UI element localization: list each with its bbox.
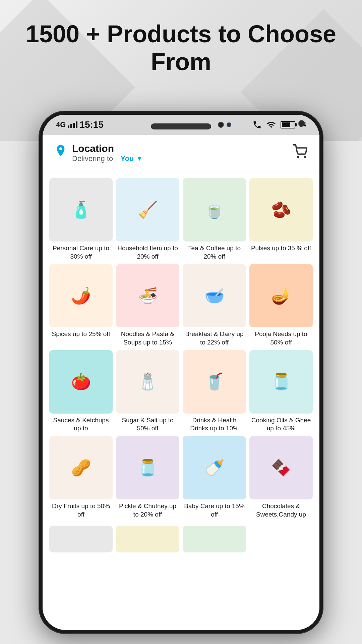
phone-device: 4G 15:15 xyxy=(39,111,323,634)
category-card-spices[interactable]: 🌶️ Spices up to 25% off xyxy=(49,264,113,346)
sauces-icon: 🍅 xyxy=(49,350,113,414)
location-chevron-icon[interactable]: ▼ xyxy=(136,155,142,162)
category-image-dry-fruits: 🥜 xyxy=(49,436,113,499)
category-image-tea-coffee: 🍵 xyxy=(183,178,246,241)
baby-care-icon: 🍼 xyxy=(183,436,246,499)
battery-fill xyxy=(282,122,290,127)
category-card-noodles[interactable]: 🍜 Noodles & Pasta & Soups up to 15% xyxy=(116,264,179,346)
category-label-personal-care: Personal Care up to 30% off xyxy=(49,244,113,261)
location-title: Location xyxy=(72,143,142,154)
location-subtitle: Delivering to You ▼ xyxy=(72,154,142,163)
category-image-sauces: 🍅 xyxy=(49,350,113,414)
category-image-breakfast: 🥣 xyxy=(183,264,246,327)
category-label-sauces: Sauces & Ketchups up to xyxy=(49,416,113,433)
app-header: Location Delivering to You ▼ xyxy=(43,135,319,171)
signal-bars xyxy=(68,121,77,128)
camera-lens xyxy=(218,122,224,128)
signal-bar-1 xyxy=(68,125,69,128)
category-card-breakfast[interactable]: 🥣 Breakfast & Dairy up to 22% off xyxy=(183,264,246,346)
category-card-extra3[interactable] xyxy=(183,526,246,555)
category-card-household[interactable]: 🧹 Household Item up to 20% off xyxy=(116,178,179,261)
category-label-breakfast: Breakfast & Dairy up to 22% off xyxy=(183,330,246,346)
category-label-household: Household Item up to 20% off xyxy=(116,244,179,261)
category-image-pickle: 🫙 xyxy=(116,436,179,499)
chocolates-icon: 🍫 xyxy=(249,436,313,499)
sugar-salt-icon: 🧂 xyxy=(116,350,179,414)
camera-sensor xyxy=(227,122,231,127)
category-label-pooja: Pooja Needs up to 50% off xyxy=(249,330,313,346)
battery-indicator xyxy=(281,121,295,128)
signal-bar-4 xyxy=(76,121,77,128)
category-image-extra3 xyxy=(183,526,246,552)
category-image-drinks: 🥤 xyxy=(183,350,246,414)
category-label-tea-coffee: Tea & Coffee up to 20% off xyxy=(183,244,246,261)
cart-button[interactable] xyxy=(293,144,307,162)
category-card-pooja[interactable]: 🪔 Pooja Needs up to 50% off xyxy=(249,264,313,346)
category-card-pickle[interactable]: 🫙 Pickle & Chutney up to 20% off xyxy=(116,436,179,519)
category-label-sugar-salt: Sugar & Salt up to 50% off xyxy=(116,416,179,433)
tea-coffee-icon: 🍵 xyxy=(183,178,246,241)
category-label-pulses: Pulses up to 35 % off xyxy=(251,244,311,253)
pickle-icon: 🫙 xyxy=(116,436,179,499)
category-card-extra1[interactable] xyxy=(49,526,113,555)
phone-speaker xyxy=(151,123,211,129)
location-you-label: You xyxy=(120,154,134,163)
header-location[interactable]: Location Delivering to You ▼ xyxy=(55,143,142,163)
signal-bar-2 xyxy=(70,124,72,128)
category-image-sugar-salt: 🧂 xyxy=(116,350,179,414)
wifi-icon xyxy=(266,120,277,129)
breakfast-icon: 🥣 xyxy=(183,264,246,327)
category-image-pooja: 🪔 xyxy=(249,264,313,327)
noodles-icon: 🍜 xyxy=(116,264,179,327)
spices-icon: 🌶️ xyxy=(49,264,113,327)
dry-fruits-icon: 🥜 xyxy=(49,436,113,499)
category-label-spices: Spices up to 25% off xyxy=(52,330,110,338)
bottom-partial-row xyxy=(43,526,319,562)
category-label-chocolates: Chocolates & Sweets,Candy up xyxy=(249,502,313,519)
category-image-household: 🧹 xyxy=(116,178,179,241)
category-image-extra1 xyxy=(49,526,113,552)
category-label-drinks: Drinks & Health Drinks up to 10% xyxy=(183,416,246,433)
location-pin-icon xyxy=(55,145,67,161)
category-image-spices: 🌶️ xyxy=(49,264,113,327)
category-card-baby-care[interactable]: 🍼 Baby Care up to 15% off xyxy=(183,436,246,519)
category-card-extra2[interactable] xyxy=(116,526,179,555)
category-card-personal-care[interactable]: 🧴 Personal Care up to 30% off xyxy=(49,178,113,261)
svg-point-0 xyxy=(298,156,299,158)
category-label-cooking-oils: Cooking Oils & Ghee up to 45% xyxy=(249,416,313,433)
category-image-chocolates: 🍫 xyxy=(249,436,313,499)
front-camera xyxy=(298,120,305,127)
category-card-cooking-oils[interactable]: 🫙 Cooking Oils & Ghee up to 45% xyxy=(249,350,313,433)
category-grid: 🧴 Personal Care up to 30% off 🧹 Househol… xyxy=(43,171,319,526)
delivering-to-label: Delivering to xyxy=(72,154,113,163)
category-image-baby-care: 🍼 xyxy=(183,436,246,499)
status-time: 15:15 xyxy=(79,119,104,130)
pooja-icon: 🪔 xyxy=(249,264,313,327)
phone-camera xyxy=(218,120,235,129)
hero-title: 1500 + Products to Choose From xyxy=(0,20,362,76)
personal-care-icon: 🧴 xyxy=(49,178,113,241)
status-left: 4G 15:15 xyxy=(56,119,104,130)
signal-type: 4G xyxy=(56,120,66,129)
category-image-pulses: 🫘 xyxy=(249,178,313,241)
category-card-chocolates[interactable]: 🍫 Chocolates & Sweets,Candy up xyxy=(249,436,313,519)
category-card-sugar-salt[interactable]: 🧂 Sugar & Salt up to 50% off xyxy=(116,350,179,433)
category-card-sauces[interactable]: 🍅 Sauces & Ketchups up to xyxy=(49,350,113,433)
cooking-oils-icon: 🫙 xyxy=(249,350,313,414)
signal-bar-3 xyxy=(73,123,75,128)
category-card-drinks[interactable]: 🥤 Drinks & Health Drinks up to 10% xyxy=(183,350,246,433)
pulses-icon: 🫘 xyxy=(249,178,313,241)
category-card-dry-fruits[interactable]: 🥜 Dry Fruits up to 50% off xyxy=(49,436,113,519)
category-label-noodles: Noodles & Pasta & Soups up to 15% xyxy=(116,330,179,346)
svg-point-1 xyxy=(304,156,306,158)
category-card-tea-coffee[interactable]: 🍵 Tea & Coffee up to 20% off xyxy=(183,178,246,261)
category-image-cooking-oils: 🫙 xyxy=(249,350,313,414)
category-image-noodles: 🍜 xyxy=(116,264,179,327)
phone-screen: 4G 15:15 xyxy=(43,115,319,630)
call-icon xyxy=(252,120,262,129)
category-card-pulses[interactable]: 🫘 Pulses up to 35 % off xyxy=(249,178,313,261)
household-icon: 🧹 xyxy=(116,178,179,241)
category-label-baby-care: Baby Care up to 15% off xyxy=(183,502,246,519)
category-label-pickle: Pickle & Chutney up to 20% off xyxy=(116,502,179,519)
category-image-personal-care: 🧴 xyxy=(49,178,113,241)
